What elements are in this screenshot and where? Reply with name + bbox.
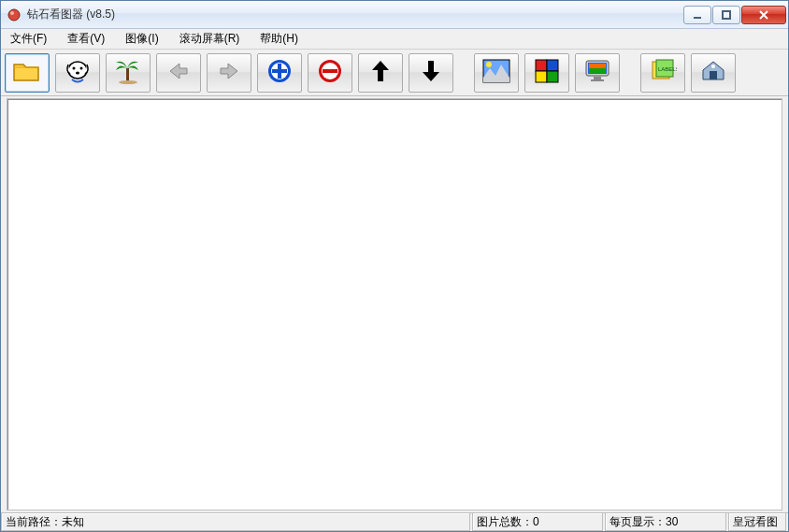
svg-rect-2 bbox=[694, 17, 701, 19]
effects-button[interactable] bbox=[474, 53, 519, 93]
palm-tree-icon bbox=[114, 57, 142, 88]
dog-icon bbox=[63, 57, 93, 88]
minus-circle-icon bbox=[316, 57, 344, 88]
zoom-in-button[interactable] bbox=[257, 53, 302, 93]
arrow-right-icon bbox=[217, 61, 241, 84]
close-button[interactable] bbox=[741, 6, 786, 24]
dog-button[interactable] bbox=[55, 53, 100, 93]
wallpaper-button[interactable] bbox=[575, 53, 620, 93]
arrow-up-icon bbox=[370, 59, 391, 86]
svg-point-4 bbox=[68, 62, 87, 79]
scanner-icon bbox=[699, 59, 727, 86]
svg-point-6 bbox=[80, 67, 83, 70]
menu-image[interactable]: 图像(I) bbox=[120, 29, 164, 49]
open-folder-button[interactable] bbox=[5, 53, 50, 93]
svg-point-9 bbox=[119, 80, 137, 84]
labels-button[interactable]: LABELS bbox=[640, 53, 685, 93]
image-viewer-area[interactable] bbox=[7, 98, 782, 510]
zoom-out-button[interactable] bbox=[308, 53, 352, 93]
folder-icon bbox=[12, 59, 42, 86]
status-path-panel: 当前路径： 未知 bbox=[1, 513, 470, 531]
color-button[interactable] bbox=[524, 53, 569, 93]
menu-help[interactable]: 帮助(H) bbox=[254, 29, 304, 49]
svg-rect-22 bbox=[547, 71, 558, 82]
svg-point-7 bbox=[76, 72, 79, 75]
status-path-value: 未知 bbox=[62, 514, 84, 530]
status-total-label: 图片总数： bbox=[477, 514, 533, 530]
svg-rect-3 bbox=[723, 11, 730, 19]
arrow-down-icon bbox=[421, 59, 441, 86]
titlebar: 钻石看图器 (v8.5) bbox=[1, 1, 788, 29]
app-window: 钻石看图器 (v8.5) 文件(F) 查看(V) 图像(I) 滚动屏幕(R) 帮… bbox=[0, 0, 789, 532]
maximize-button[interactable] bbox=[712, 6, 740, 24]
minimize-button[interactable] bbox=[683, 6, 711, 24]
svg-rect-13 bbox=[272, 69, 287, 73]
status-perpage-value: 30 bbox=[666, 515, 678, 528]
landscape-icon bbox=[482, 59, 510, 86]
menu-view[interactable]: 查看(V) bbox=[62, 29, 110, 49]
svg-point-33 bbox=[711, 65, 715, 68]
status-total-panel: 图片总数： 0 bbox=[472, 513, 603, 531]
svg-rect-20 bbox=[547, 60, 558, 71]
svg-point-5 bbox=[73, 67, 76, 70]
svg-rect-25 bbox=[589, 64, 606, 68]
status-perpage-label: 每页显示： bbox=[610, 514, 666, 530]
slideshow-button[interactable] bbox=[106, 53, 151, 93]
status-brand: 皇冠看图 bbox=[733, 514, 778, 530]
app-icon bbox=[7, 7, 22, 22]
scanner-button[interactable] bbox=[691, 53, 736, 93]
move-up-button[interactable] bbox=[358, 53, 403, 93]
status-perpage-panel: 每页显示： 30 bbox=[605, 513, 726, 531]
window-title: 钻石看图器 (v8.5) bbox=[27, 7, 683, 22]
svg-rect-21 bbox=[536, 71, 547, 82]
svg-rect-26 bbox=[589, 68, 606, 73]
svg-rect-16 bbox=[323, 69, 337, 73]
status-total-value: 0 bbox=[533, 515, 539, 528]
statusbar: 当前路径： 未知 图片总数： 0 每页显示： 30 皇冠看图 bbox=[1, 512, 788, 531]
svg-rect-32 bbox=[710, 71, 717, 79]
svg-rect-8 bbox=[126, 68, 129, 81]
svg-text:LABELS: LABELS bbox=[658, 66, 677, 72]
status-brand-panel: 皇冠看图 bbox=[728, 513, 786, 531]
svg-rect-27 bbox=[594, 77, 601, 79]
status-path-label: 当前路径： bbox=[6, 514, 62, 530]
svg-point-18 bbox=[486, 62, 492, 67]
svg-rect-28 bbox=[591, 79, 604, 81]
monitor-icon bbox=[583, 58, 611, 87]
next-button[interactable] bbox=[207, 53, 251, 93]
window-controls bbox=[683, 6, 786, 24]
plus-circle-icon bbox=[265, 57, 294, 88]
menu-file[interactable]: 文件(F) bbox=[5, 29, 52, 49]
labels-icon: LABELS bbox=[649, 58, 677, 87]
move-down-button[interactable] bbox=[409, 53, 453, 93]
svg-point-1 bbox=[10, 11, 14, 15]
arrow-left-icon bbox=[166, 61, 191, 84]
toolbar: LABELS bbox=[1, 50, 788, 96]
prev-button[interactable] bbox=[156, 53, 201, 93]
menu-scroll[interactable]: 滚动屏幕(R) bbox=[174, 29, 246, 49]
menubar: 文件(F) 查看(V) 图像(I) 滚动屏幕(R) 帮助(H) bbox=[1, 29, 788, 50]
svg-rect-19 bbox=[536, 60, 547, 71]
svg-point-0 bbox=[8, 9, 20, 21]
color-squares-icon bbox=[534, 58, 560, 87]
